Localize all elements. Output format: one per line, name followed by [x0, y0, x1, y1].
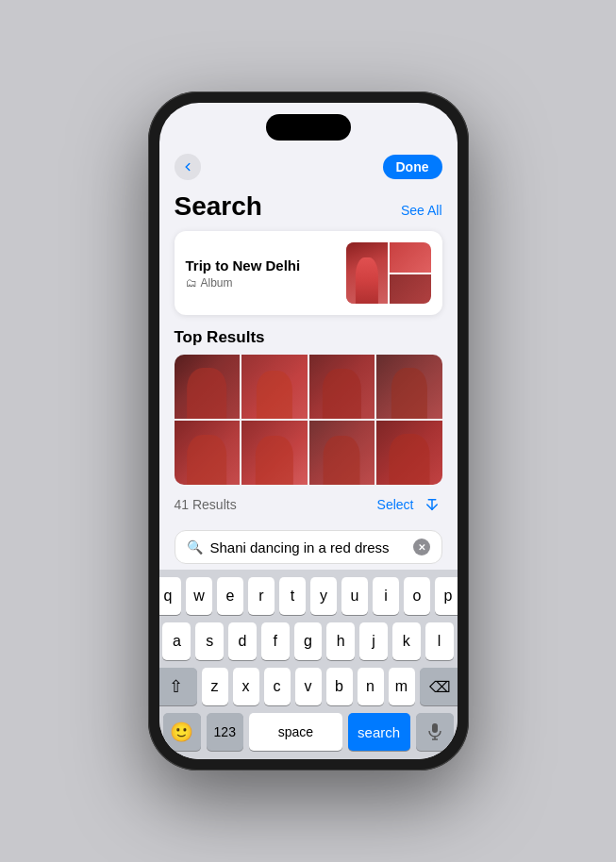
- album-subtitle: 🗂 Album: [186, 276, 301, 290]
- results-actions: Select: [377, 494, 442, 515]
- keyboard-row-3: ⇧ z x c v b n m ⌫: [163, 668, 454, 705]
- key-x[interactable]: x: [233, 668, 259, 705]
- key-m[interactable]: m: [389, 668, 415, 705]
- key-r[interactable]: r: [248, 577, 275, 615]
- keyboard-row-2: a s d f g h j k l: [163, 622, 454, 660]
- results-count: 41 Results: [175, 497, 237, 512]
- numbers-key[interactable]: 123: [207, 713, 243, 751]
- search-title-row: Search See All: [159, 188, 458, 231]
- key-e[interactable]: e: [217, 577, 243, 615]
- delete-key[interactable]: ⌫: [420, 668, 458, 705]
- key-u[interactable]: u: [341, 577, 368, 615]
- search-input-text[interactable]: Shani dancing in a red dress: [210, 539, 406, 555]
- phone-frame: Done Search See All Trip to New Delhi 🗂 …: [148, 91, 469, 771]
- album-info: Trip to New Delhi 🗂 Album: [186, 257, 301, 290]
- key-d[interactable]: d: [228, 622, 257, 660]
- select-button[interactable]: Select: [377, 497, 414, 512]
- svg-rect-2: [432, 723, 438, 733]
- phone-screen: Done Search See All Trip to New Delhi 🗂 …: [159, 103, 458, 759]
- key-t[interactable]: t: [279, 577, 306, 615]
- key-l[interactable]: l: [425, 622, 454, 660]
- keyboard-bottom-row: 🙂 123 space search: [163, 713, 454, 751]
- key-c[interactable]: c: [264, 668, 291, 705]
- emoji-key[interactable]: 🙂: [163, 713, 201, 751]
- album-photo-3: [390, 274, 431, 305]
- key-y[interactable]: y: [310, 577, 337, 615]
- key-f[interactable]: f: [261, 622, 290, 660]
- search-key[interactable]: search: [348, 713, 410, 751]
- album-photo-2: [390, 242, 431, 273]
- search-icon: 🔍: [187, 539, 203, 555]
- photo-cell-8[interactable]: [376, 421, 442, 485]
- key-n[interactable]: n: [358, 668, 384, 705]
- photo-cell-4[interactable]: [376, 355, 442, 419]
- photo-cell-3[interactable]: [309, 355, 375, 419]
- album-label: Album: [201, 276, 233, 290]
- dynamic-island: [266, 114, 351, 141]
- top-results-label: Top Results: [159, 328, 458, 355]
- back-button[interactable]: [175, 154, 201, 180]
- photo-cell-6[interactable]: [241, 421, 308, 485]
- key-i[interactable]: i: [373, 577, 399, 615]
- key-k[interactable]: k: [392, 622, 421, 660]
- see-all-link[interactable]: See All: [401, 203, 442, 218]
- photo-cell-1[interactable]: [175, 355, 241, 419]
- photo-cell-2[interactable]: [241, 355, 308, 419]
- keyboard: q w e r t y u i o p a s d f g h j k: [159, 570, 458, 759]
- key-w[interactable]: w: [186, 577, 212, 615]
- key-s[interactable]: s: [195, 622, 224, 660]
- mic-key[interactable]: [416, 713, 454, 751]
- album-title: Trip to New Delhi: [186, 257, 301, 274]
- photo-cell-5[interactable]: [175, 421, 241, 485]
- key-q[interactable]: q: [159, 577, 182, 615]
- space-key[interactable]: space: [249, 713, 342, 751]
- clear-button[interactable]: ✕: [413, 539, 430, 555]
- shift-key[interactable]: ⇧: [159, 668, 197, 705]
- album-photo-1: [346, 242, 388, 304]
- done-button[interactable]: Done: [383, 155, 442, 179]
- key-v[interactable]: v: [295, 668, 322, 705]
- key-a[interactable]: a: [162, 622, 191, 660]
- results-row: 41 Results Select: [159, 485, 458, 522]
- key-j[interactable]: j: [359, 622, 388, 660]
- search-bar-area: 🔍 Shani dancing in a red dress ✕: [159, 522, 458, 570]
- album-photo-grid: [346, 242, 431, 304]
- album-card[interactable]: Trip to New Delhi 🗂 Album: [175, 231, 442, 315]
- album-icon: 🗂: [186, 276, 197, 290]
- photo-cell-7[interactable]: [309, 421, 375, 485]
- key-o[interactable]: o: [404, 577, 430, 615]
- key-b[interactable]: b: [326, 668, 353, 705]
- key-z[interactable]: z: [202, 668, 228, 705]
- key-h[interactable]: h: [326, 622, 355, 660]
- search-title: Search: [175, 191, 262, 222]
- search-input-wrap[interactable]: 🔍 Shani dancing in a red dress ✕: [175, 530, 442, 564]
- sort-icon[interactable]: [422, 494, 442, 515]
- key-g[interactable]: g: [294, 622, 323, 660]
- key-p[interactable]: p: [435, 577, 458, 615]
- photo-grid: [175, 355, 442, 485]
- header: Done: [159, 152, 458, 188]
- keyboard-row-1: q w e r t y u i o p: [163, 577, 454, 615]
